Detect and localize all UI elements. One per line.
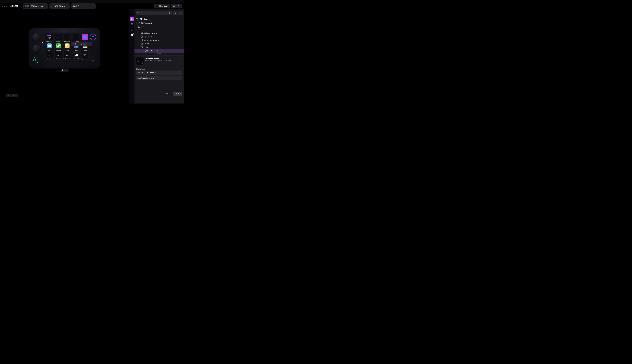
edit-icon[interactable]: ✎ (142, 63, 143, 64)
chevron-right-icon: ❯ (66, 5, 68, 7)
zoom-in-icon[interactable] (16, 95, 17, 96)
round-button-3[interactable] (90, 57, 96, 63)
svg-text:OS: OS (131, 24, 132, 25)
page-pill-2[interactable]: 2 (64, 70, 66, 71)
drag-preview[interactable]: ⠿ ライフハッカー・... (71, 42, 92, 46)
notification-dot-icon (133, 33, 134, 34)
zoom-value: 110% (10, 95, 14, 96)
action-tree: ⠿Dial Adjustment ⠿Run ❯Stored Custom act… (134, 21, 184, 54)
action-details-panel: ハッカー・・ジ✎ Web Page Action Open a web page… (134, 55, 184, 104)
refresh-button[interactable] (178, 10, 183, 15)
page-2[interactable]: 2 (42, 44, 43, 45)
btn-mail[interactable]: ✉️ (46, 42, 52, 49)
btn-launchpad[interactable]: Launchpad (64, 34, 70, 40)
zoom-control[interactable]: 110% (6, 94, 18, 97)
btn-dynamic-mode[interactable]: DynamicON (82, 51, 88, 58)
folder-icon (140, 36, 142, 38)
account-button[interactable] (172, 4, 176, 8)
action-title: Web Page Action (145, 57, 171, 59)
action-subtitle: Open a web page in your default browser (145, 60, 171, 61)
search-field[interactable] (136, 10, 172, 15)
zoom-out-icon[interactable] (8, 95, 9, 96)
side-tabs: OS (129, 9, 134, 104)
profile-name: macOS Default (55, 6, 65, 8)
panel-title: Custom (144, 18, 150, 20)
btn-lock-screen[interactable]: Lock Screen (73, 34, 80, 40)
item-run[interactable]: ⠿Run (134, 25, 184, 29)
marketplace-button[interactable]: Marketplace (154, 4, 170, 8)
refresh-icon (179, 12, 182, 14)
device-name: Loupedeck Live S (31, 6, 43, 8)
tap-mode-button[interactable] (173, 10, 177, 15)
dial-icon (138, 22, 140, 24)
item-dial-adjustment[interactable]: ⠿Dial Adjustment (134, 21, 184, 25)
chevron-right-icon: ❯ (138, 40, 140, 41)
folder-app-actions[interactable]: ❯App Actions (134, 35, 184, 38)
page-pills[interactable]: 1 2 ⋯ (60, 69, 69, 72)
knob-1[interactable] (32, 33, 40, 41)
chevron-right-icon: ❯ (138, 43, 140, 44)
more-icon[interactable]: ⋯ (181, 50, 182, 52)
tab-os[interactable]: OS (130, 22, 134, 26)
btn-media-play[interactable]: ⏯ (55, 51, 62, 58)
item-lifehacker[interactable]: ⠿ライフハッカー・・ジャパン⋯ (134, 49, 184, 53)
search-input[interactable] (137, 12, 168, 14)
folder-media[interactable]: ❯Media (134, 46, 184, 49)
page-pill-1[interactable]: 1 (62, 70, 63, 71)
device-selector[interactable]: Device Loupedeck Live S ❯ (23, 4, 48, 9)
marketplace-label: Marketplace (160, 5, 168, 7)
workspace-label: Workspace (73, 4, 80, 6)
svg-point-12 (138, 22, 140, 24)
tap-icon (75, 43, 77, 45)
folder-stored[interactable]: ❯Stored Custom actions (134, 31, 184, 35)
cancel-button[interactable]: Cancel (162, 92, 172, 96)
round-button-a[interactable] (34, 57, 39, 63)
btn-media-prev[interactable]: ⏮ (46, 51, 52, 58)
device-body: 1 2 ⋯ Screen CaptureScreen Capt... Spotl… (29, 28, 100, 68)
page-more-icon[interactable]: ⋯ (42, 45, 43, 46)
tab-custom[interactable] (130, 17, 134, 21)
knob-2[interactable] (32, 44, 40, 52)
btn-screen-capture[interactable]: Screen Capture (46, 34, 52, 40)
btn-media-next[interactable]: ⏭ (64, 51, 70, 58)
display-name-label: Display Name (136, 68, 182, 70)
action-thumbnail[interactable]: ハッカー・・ジ✎ (136, 57, 144, 64)
svg-point-10 (137, 18, 137, 19)
header: LOUPEDECK Device Loupedeck Live S ❯ ᴎ Ma… (0, 3, 184, 9)
resize-handle[interactable] (157, 54, 161, 54)
close-button[interactable]: ✕ (179, 57, 182, 60)
device-canvas: 1 2 ⋯ Screen CaptureScreen Capt... Spotl… (0, 9, 129, 104)
device-label: Device (31, 4, 43, 6)
btn-messages[interactable]: 💬 (55, 42, 62, 49)
round-button-2[interactable] (90, 46, 96, 51)
chevron-down-icon: ❯ (136, 32, 137, 34)
save-button[interactable]: Save (173, 92, 182, 96)
sliders-icon[interactable] (136, 18, 138, 20)
folder-icon (140, 43, 142, 44)
profile-selector[interactable]: ᴎ Main Profile macOS Default ❯ (49, 4, 70, 9)
url-input[interactable] (136, 76, 182, 80)
tab-compass[interactable] (130, 28, 134, 32)
btn-siri[interactable] (82, 34, 88, 40)
btn-audio-midi[interactable]: 🎹 (73, 51, 80, 58)
round-button-1[interactable] (90, 34, 96, 40)
drag-label: ライフハッカー・... (78, 43, 90, 45)
profile-label: Main Profile (55, 4, 65, 6)
drag-handle-icon: ⠿ (138, 50, 139, 52)
storefront-icon (156, 5, 158, 7)
tab-spotify[interactable] (130, 33, 134, 37)
workspace-selector[interactable]: Workspace Home ❯ (71, 4, 96, 9)
folder-system[interactable]: ❯System (134, 42, 184, 46)
display-name-input[interactable] (136, 70, 182, 74)
chevron-right-icon: ❯ (92, 5, 94, 7)
page-1-icon[interactable]: 1 (42, 42, 43, 43)
svg-point-0 (174, 5, 174, 6)
tap-icon (174, 12, 176, 14)
more-menu-button[interactable] (176, 4, 181, 8)
btn-notes[interactable]: 📝 (64, 42, 70, 49)
logo: LOUPEDECK (2, 5, 19, 7)
page-pill-more-icon[interactable]: ⋯ (66, 70, 68, 71)
terminal-icon (138, 26, 140, 28)
folder-shortcuts[interactable]: ❯App & Action Shortcuts (134, 38, 184, 42)
btn-spotlight[interactable]: Spotlight (55, 34, 62, 40)
